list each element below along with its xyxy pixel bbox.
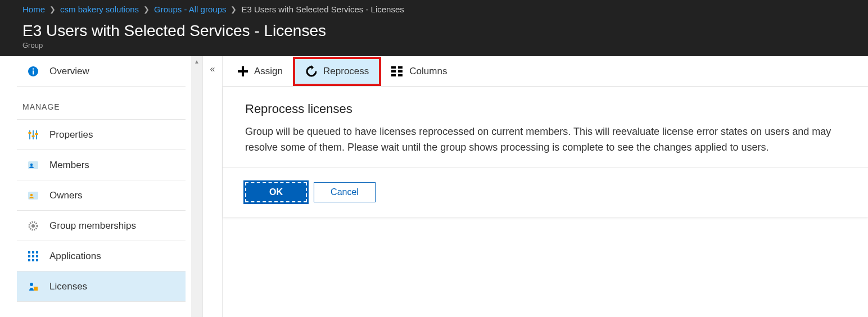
sidebar-item-applications[interactable]: Applications [17,241,186,271]
svg-rect-15 [28,251,30,253]
header: Home ❯ csm bakery solutions ❯ Groups - A… [0,0,868,56]
cancel-button[interactable]: Cancel [314,182,376,202]
panel-description: Group will be queued to have licenses re… [245,124,846,156]
reprocess-icon [305,65,318,78]
page-title: E3 Users with Selected Services - Licens… [22,22,868,40]
svg-rect-28 [391,66,396,69]
breadcrumb-current: E3 Users with Selected Services - Licens… [241,4,404,14]
gear-icon [27,220,39,232]
sidebar-item-label: Properties [49,129,93,141]
svg-rect-25 [34,287,38,291]
owners-icon [27,190,39,201]
svg-rect-17 [36,251,38,253]
svg-point-24 [30,283,33,286]
sliders-icon [27,129,39,141]
breadcrumb-home[interactable]: Home [22,4,45,14]
scrollbar[interactable]: ▲ [191,56,202,317]
sidebar-item-overview[interactable]: Overview [17,56,186,87]
chevron-right-icon: ❯ [49,5,56,13]
plus-icon [237,66,248,77]
sidebar-item-label: Owners [49,190,83,201]
info-icon [27,66,39,77]
sidebar-item-licenses[interactable]: Licenses [17,271,186,302]
sidebar-item-members[interactable]: Members [17,150,186,180]
sidebar-item-label: Applications [49,251,101,262]
chevron-left-double-icon: « [210,64,215,317]
chevron-right-icon: ❯ [230,5,237,13]
divider [223,167,868,167]
sidebar: Overview MANAGE Properties Members Ow [0,56,202,317]
panel-buttons: OK Cancel [245,182,846,217]
svg-rect-29 [391,70,396,73]
main-content: Assign Reprocess Columns Reprocess licen… [223,56,868,317]
svg-rect-30 [391,74,396,76]
scroll-up-icon[interactable]: ▲ [191,56,202,66]
license-icon [27,281,39,292]
svg-point-10 [30,163,33,165]
svg-rect-22 [32,259,34,261]
sidebar-item-properties[interactable]: Properties [17,120,186,150]
breadcrumb-groups[interactable]: Groups - All groups [154,4,226,14]
svg-rect-2 [33,68,34,69]
sidebar-item-label: Group memberships [49,220,136,232]
svg-rect-6 [29,132,31,134]
toolbar-label: Assign [254,66,283,77]
svg-point-12 [30,193,33,196]
breadcrumb: Home ❯ csm bakery solutions ❯ Groups - A… [22,0,868,22]
toolbar: Assign Reprocess Columns [223,56,868,87]
sidebar-section-manage: MANAGE [17,87,186,120]
columns-icon [391,66,404,76]
toolbar-label: Reprocess [323,66,369,77]
sidebar-item-owners[interactable]: Owners [17,180,186,211]
sidebar-item-label: Members [49,160,89,171]
svg-rect-23 [36,259,38,261]
svg-rect-18 [28,255,30,257]
grid-icon [27,251,39,261]
svg-rect-33 [398,74,403,76]
assign-button[interactable]: Assign [227,59,293,84]
svg-rect-31 [398,66,403,69]
breadcrumb-org[interactable]: csm bakery solutions [60,4,139,14]
svg-rect-32 [398,70,403,73]
svg-rect-7 [32,135,35,137]
svg-rect-1 [33,70,34,74]
collapse-sidebar-button[interactable]: « [202,56,223,317]
members-icon [27,160,39,171]
svg-rect-19 [32,255,34,257]
toolbar-label: Columns [409,66,447,77]
ok-button[interactable]: OK [245,182,307,202]
sidebar-item-label: Overview [49,66,89,77]
sidebar-item-label: Licenses [49,281,87,292]
body: Overview MANAGE Properties Members Ow [0,56,868,317]
svg-rect-4 [33,130,34,139]
chevron-right-icon: ❯ [143,5,150,13]
panel-title: Reprocess licenses [245,102,846,116]
reprocess-button[interactable]: Reprocess [293,57,381,86]
svg-rect-27 [238,70,248,73]
svg-rect-3 [29,130,30,139]
svg-rect-8 [35,133,38,135]
page-subtitle: Group [22,41,868,49]
sidebar-item-group-memberships[interactable]: Group memberships [17,211,186,241]
svg-rect-21 [28,259,30,261]
svg-point-14 [31,224,35,228]
svg-rect-16 [32,251,34,253]
columns-button[interactable]: Columns [381,59,457,84]
reprocess-panel: Reprocess licenses Group will be queued … [223,87,868,217]
svg-rect-20 [36,255,38,257]
